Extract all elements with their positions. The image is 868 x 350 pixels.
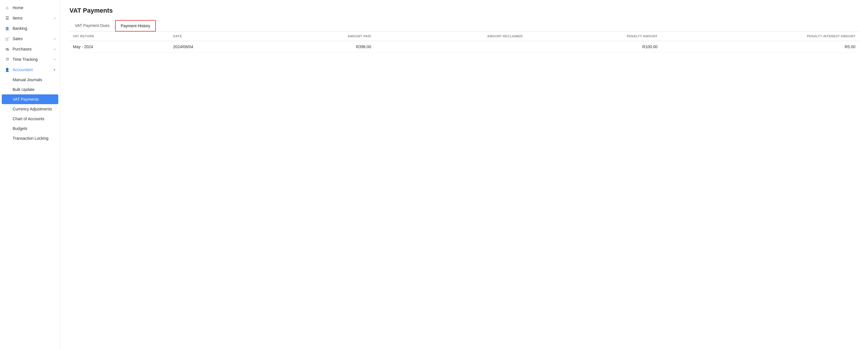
sidebar-item-purchases[interactable]: Purchases ›	[0, 44, 60, 54]
sidebar-item-label: Time Tracking	[12, 57, 38, 62]
col-header-amount-paid: AMOUNT PAID	[266, 32, 375, 41]
table-row: May - 2024 2024/06/04 R396.00 R100.00 R5…	[69, 41, 859, 53]
sub-item-label: Manual Journals	[12, 77, 42, 82]
sub-item-label: Budgets	[12, 126, 27, 131]
cell-penalty-interest-amount: R5.00	[661, 41, 859, 53]
table-header-row: VAT RETURN DATE AMOUNT PAID AMOUNT RECLA…	[69, 32, 859, 41]
sidebar-item-items[interactable]: Items ›	[0, 13, 60, 23]
sidebar-sub-item-transaction-locking[interactable]: Transaction Locking	[0, 133, 60, 143]
sidebar-sub-item-budgets[interactable]: Budgets	[0, 124, 60, 133]
chevron-right-icon: ›	[54, 17, 55, 20]
page-title: VAT Payments	[69, 7, 859, 14]
items-icon	[5, 16, 10, 20]
cell-penalty-amount: R100.00	[526, 41, 661, 53]
sidebar-item-banking[interactable]: Banking	[0, 23, 60, 34]
chevron-down-icon: ▾	[54, 68, 55, 72]
sidebar-sub-item-bulk-update[interactable]: Bulk Update	[0, 85, 60, 94]
sidebar-sub-item-manual-journals[interactable]: Manual Journals	[0, 75, 60, 85]
sidebar-item-label: Banking	[12, 26, 27, 31]
chevron-right-icon: ›	[54, 37, 55, 40]
accountant-icon	[5, 67, 10, 72]
tab-bar: VAT Payment Dues Payment History	[69, 20, 859, 32]
time-icon	[5, 57, 10, 62]
chevron-right-icon: ›	[54, 47, 55, 51]
purchases-icon	[5, 47, 10, 51]
sidebar-item-label: Sales	[12, 36, 23, 41]
sub-item-label: Bulk Update	[12, 87, 34, 92]
sidebar-sub-item-currency-adjustments[interactable]: Currency Adjustments	[0, 104, 60, 114]
sub-item-label: Chart of Accounts	[12, 117, 44, 121]
sidebar-item-label: Home	[12, 5, 23, 10]
table-body: May - 2024 2024/06/04 R396.00 R100.00 R5…	[69, 41, 859, 53]
cell-amount-paid: R396.00	[266, 41, 375, 53]
sidebar-item-accountant[interactable]: Accountant ▾	[0, 65, 60, 75]
sub-item-label: VAT Payments	[12, 97, 39, 101]
sidebar-item-time-tracking[interactable]: Time Tracking ›	[0, 54, 60, 65]
payment-history-table-container: VAT RETURN DATE AMOUNT PAID AMOUNT RECLA…	[69, 32, 859, 53]
sidebar-item-label: Items	[12, 16, 22, 20]
sidebar-item-label: Purchases	[12, 47, 32, 51]
home-icon	[5, 5, 10, 10]
payment-history-table: VAT RETURN DATE AMOUNT PAID AMOUNT RECLA…	[69, 32, 859, 53]
sidebar-item-home[interactable]: Home	[0, 2, 60, 13]
col-header-vat-return: VAT RETURN	[69, 32, 169, 41]
col-header-penalty-amount: PENALTY AMOUNT	[526, 32, 661, 41]
cell-date: 2024/06/04	[169, 41, 266, 53]
main-content: VAT Payments VAT Payment Dues Payment Hi…	[60, 0, 868, 350]
chevron-right-icon: ›	[54, 58, 55, 61]
sub-item-label: Transaction Locking	[12, 136, 49, 140]
col-header-amount-reclaimed: AMOUNT RECLAIMED	[375, 32, 526, 41]
cell-vat-return: May - 2024	[69, 41, 169, 53]
tab-payment-history[interactable]: Payment History	[115, 20, 156, 32]
cell-amount-reclaimed	[375, 41, 526, 53]
sidebar-sub-item-chart-of-accounts[interactable]: Chart of Accounts	[0, 114, 60, 124]
tab-vat-payment-dues[interactable]: VAT Payment Dues	[69, 20, 115, 32]
col-header-date: DATE	[169, 32, 266, 41]
sidebar-item-sales[interactable]: Sales ›	[0, 34, 60, 44]
col-header-penalty-interest-amount: PENALTY INTEREST AMOUNT	[661, 32, 859, 41]
sub-item-label: Currency Adjustments	[12, 107, 52, 111]
sidebar-item-label: Accountant	[12, 67, 33, 72]
sales-icon	[5, 36, 10, 41]
sidebar-sub-item-vat-payments[interactable]: VAT Payments	[2, 94, 58, 104]
sidebar: Home Items › Banking Sales › Purchases ›…	[0, 0, 60, 350]
banking-icon	[5, 26, 10, 31]
